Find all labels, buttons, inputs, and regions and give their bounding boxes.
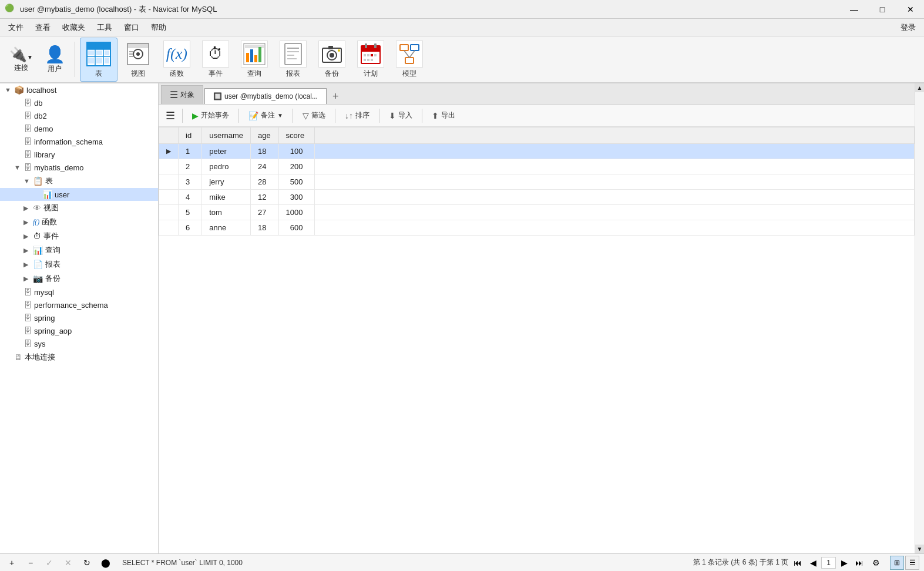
sort-button[interactable]: ↓↑ 排序 (340, 108, 374, 123)
tree-mybatis-demo[interactable]: ▼ 🗄 mybatis_demo (0, 161, 158, 174)
right-scrollbar[interactable]: ▲ ▼ (915, 83, 924, 553)
cell-username[interactable]: pedro (202, 159, 251, 174)
prev-page-button[interactable]: ◀ (806, 556, 820, 570)
apply-changes-button[interactable]: ✓ (42, 556, 56, 570)
maximize-button[interactable]: □ (869, 0, 896, 19)
cell-score[interactable]: 1000 (278, 205, 315, 220)
col-age-header[interactable]: age (251, 127, 278, 144)
sidebar[interactable]: ▼ 📦 localhost 🗄 db 🗄 db2 🗄 demo 🗄 inform… (0, 83, 159, 553)
tree-local-connection[interactable]: 🖥 本地连接 (0, 350, 158, 364)
menu-tools[interactable]: 工具 (91, 20, 118, 35)
discard-changes-button[interactable]: ✕ (61, 556, 75, 570)
last-page-button[interactable]: ⏭ (852, 556, 866, 570)
start-transaction-button[interactable]: ▶ 开始事务 (187, 108, 234, 123)
filter-button[interactable]: ▽ 筛选 (298, 108, 330, 123)
toolbar-plan[interactable]: 计划 (352, 38, 389, 81)
tab-user-table[interactable]: 🔲 user @mybatis_demo (local... (204, 88, 327, 104)
cell-score[interactable]: 100 (278, 144, 315, 159)
toolbar-connection[interactable]: 🔌 ▼ 连接 (5, 44, 38, 75)
cell-age[interactable]: 18 (251, 220, 278, 236)
toolbar-backup[interactable]: 备份 (314, 38, 350, 81)
cell-id[interactable]: 3 (179, 174, 202, 190)
table-row[interactable]: 3jerry28500 (159, 174, 915, 190)
tree-spring-aop[interactable]: 🗄 spring_aop (0, 324, 158, 337)
table-row[interactable]: 2pedro24200 (159, 159, 915, 174)
cell-id[interactable]: 5 (179, 205, 202, 220)
tree-user-table[interactable]: 📊 user (0, 188, 158, 201)
cell-username[interactable]: jerry (202, 174, 251, 190)
cell-score[interactable]: 600 (278, 220, 315, 236)
cell-id[interactable]: 1 (179, 144, 202, 159)
toolbar-table[interactable]: 表 (80, 38, 117, 82)
table-container[interactable]: id username age score ▶1peter181002pedro… (159, 127, 915, 553)
tree-events-folder[interactable]: ▶ ⏱ 事件 (0, 229, 158, 243)
table-row[interactable]: 4mike12300 (159, 190, 915, 205)
next-page-button[interactable]: ▶ (837, 556, 851, 570)
scroll-up-button[interactable]: ▲ (915, 83, 924, 92)
settings-button[interactable]: ⚙ (869, 556, 883, 570)
cell-age[interactable]: 24 (251, 159, 278, 174)
table-row[interactable]: 6anne18600 (159, 220, 915, 236)
delete-record-button[interactable]: − (23, 556, 38, 570)
tree-sys[interactable]: 🗄 sys (0, 337, 158, 350)
refresh-button[interactable]: ↻ (80, 556, 94, 570)
tree-db[interactable]: 🗄 db (0, 96, 158, 109)
tree-library[interactable]: 🗄 library (0, 148, 158, 161)
menu-window[interactable]: 窗口 (118, 20, 145, 35)
toolbar-user[interactable]: 👤 用户 (40, 42, 70, 76)
cell-username[interactable]: tom (202, 205, 251, 220)
toolbar-event[interactable]: ⏱ 事件 (197, 38, 234, 81)
toolbar-view[interactable]: 视图 (120, 38, 156, 81)
cell-age[interactable]: 12 (251, 190, 278, 205)
hamburger-menu[interactable]: ☰ (163, 107, 177, 125)
cell-username[interactable]: peter (202, 144, 251, 159)
annotation-button[interactable]: 📝 备注 ▼ (244, 108, 288, 123)
cell-id[interactable]: 6 (179, 220, 202, 236)
tree-localhost[interactable]: ▼ 📦 localhost (0, 83, 158, 96)
close-button[interactable]: ✕ (897, 0, 924, 19)
tree-mysql[interactable]: 🗄 mysql (0, 286, 158, 298)
toolbar-query[interactable]: 查询 (236, 38, 273, 81)
add-record-button[interactable]: + (5, 556, 19, 570)
col-id-header[interactable]: id (179, 127, 202, 144)
tree-spring[interactable]: 🗄 spring (0, 311, 158, 324)
minimize-button[interactable]: — (841, 0, 868, 19)
col-username-header[interactable]: username (202, 127, 251, 144)
toolbar-model[interactable]: 模型 (391, 38, 428, 81)
toolbar-function[interactable]: f(x) 函数 (159, 38, 195, 81)
menu-view[interactable]: 查看 (29, 20, 56, 35)
cell-score[interactable]: 500 (278, 174, 315, 190)
col-score-header[interactable]: score (278, 127, 315, 144)
cell-id[interactable]: 4 (179, 190, 202, 205)
tree-information-schema[interactable]: 🗄 information_schema (0, 135, 158, 148)
cell-age[interactable]: 28 (251, 174, 278, 190)
import-button[interactable]: ⬇ 导入 (384, 108, 417, 123)
toolbar-report[interactable]: 报表 (275, 38, 311, 81)
tree-performance-schema[interactable]: 🗄 performance_schema (0, 298, 158, 311)
cell-score[interactable]: 300 (278, 190, 315, 205)
form-view-button[interactable]: ☰ (905, 556, 919, 570)
menu-file[interactable]: 文件 (2, 20, 29, 35)
tree-demo[interactable]: 🗄 demo (0, 122, 158, 135)
first-page-button[interactable]: ⏮ (791, 556, 805, 570)
tab-add-button[interactable]: + (328, 89, 344, 104)
menu-help[interactable]: 帮助 (145, 20, 172, 35)
login-button[interactable]: 登录 (895, 20, 922, 35)
cell-id[interactable]: 2 (179, 159, 202, 174)
scroll-down-button[interactable]: ▼ (915, 545, 924, 553)
stop-query-button[interactable]: ⬤ (99, 556, 113, 570)
tree-reports-folder[interactable]: ▶ 📄 报表 (0, 257, 158, 271)
tree-functions-folder[interactable]: ▶ f() 函数 (0, 215, 158, 229)
table-row[interactable]: 5tom271000 (159, 205, 915, 220)
cell-username[interactable]: anne (202, 220, 251, 236)
tree-queries-folder[interactable]: ▶ 📊 查询 (0, 243, 158, 257)
cell-username[interactable]: mike (202, 190, 251, 205)
tree-backups-folder[interactable]: ▶ 📷 备份 (0, 271, 158, 286)
table-row[interactable]: ▶1peter18100 (159, 144, 915, 159)
export-button[interactable]: ⬆ 导出 (427, 108, 460, 123)
cell-age[interactable]: 18 (251, 144, 278, 159)
menu-favorites[interactable]: 收藏夹 (56, 20, 91, 35)
cell-age[interactable]: 27 (251, 205, 278, 220)
tree-views-folder[interactable]: ▶ 👁 视图 (0, 201, 158, 215)
tab-objects[interactable]: ☰ 对象 (161, 85, 203, 104)
